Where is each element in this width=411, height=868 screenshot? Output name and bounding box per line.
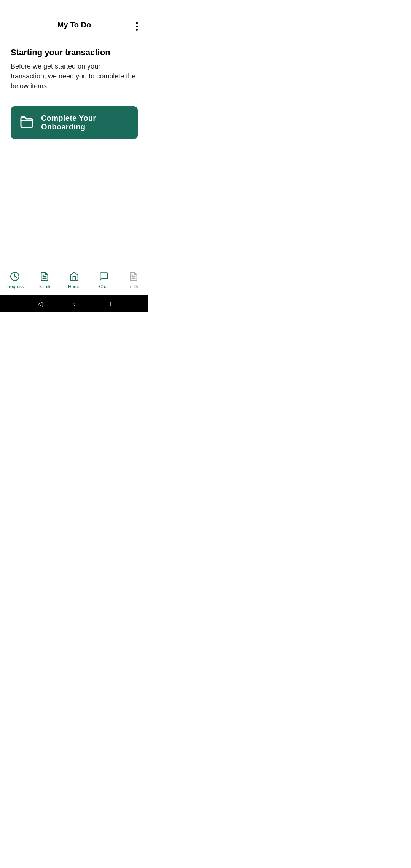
system-bar: ◁ ○ □ — [0, 295, 148, 312]
home-icon — [69, 271, 79, 282]
nav-item-todo[interactable]: To Do — [119, 270, 148, 291]
nav-label-todo: To Do — [127, 284, 139, 289]
complete-onboarding-button[interactable]: Complete Your Onboarding — [11, 106, 138, 139]
dot-2 — [136, 26, 138, 27]
todo-icon — [129, 271, 139, 282]
nav-label-progress: Progress — [6, 284, 24, 289]
chat-icon — [99, 271, 109, 282]
nav-label-home: Home — [68, 284, 80, 289]
section-title: Starting your transaction — [11, 48, 138, 57]
details-icon — [40, 271, 49, 282]
app-header: My To Do — [0, 0, 148, 35]
main-content: Starting your transaction Before we get … — [0, 35, 148, 266]
folder-open-icon — [20, 115, 33, 130]
nav-item-home[interactable]: Home — [59, 270, 89, 291]
back-button[interactable]: ◁ — [38, 300, 43, 308]
bottom-navigation: Progress Details Home — [0, 266, 148, 295]
nav-item-details[interactable]: Details — [30, 270, 59, 291]
more-options-button[interactable] — [133, 21, 141, 32]
progress-icon — [10, 271, 20, 282]
nav-label-chat: Chat — [99, 284, 108, 289]
recent-apps-button[interactable]: □ — [107, 300, 111, 308]
dot-1 — [136, 22, 138, 24]
nav-item-progress[interactable]: Progress — [0, 270, 30, 291]
page-title: My To Do — [57, 21, 91, 29]
nav-item-chat[interactable]: Chat — [89, 270, 119, 291]
dot-3 — [136, 29, 138, 31]
section-description: Before we get started on your transactio… — [11, 61, 138, 91]
onboarding-button-label: Complete Your Onboarding — [41, 114, 129, 131]
home-button[interactable]: ○ — [73, 300, 77, 308]
nav-label-details: Details — [38, 284, 52, 289]
